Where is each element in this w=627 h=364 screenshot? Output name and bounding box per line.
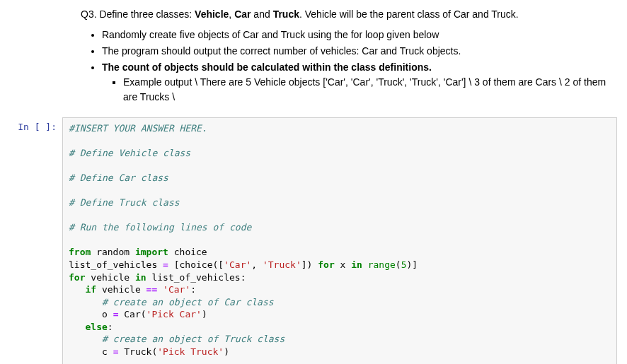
- q-class1: Vehicle: [195, 8, 229, 20]
- code-text: choice: [168, 247, 207, 257]
- code-indent: [69, 322, 85, 332]
- bullet-item: The program should output the correct nu…: [102, 44, 613, 59]
- q-prefix: Q3. Define three classes:: [81, 8, 195, 20]
- code-indent: [69, 297, 102, 307]
- code-text: o: [69, 309, 113, 319]
- code-comment: # create an object of Truck class: [102, 334, 284, 344]
- code-text: [362, 259, 368, 270]
- code-indent: [69, 334, 102, 344]
- code-string: 'Pick Truck': [157, 346, 224, 357]
- code-text: x: [335, 259, 351, 270]
- code-text: random: [91, 247, 135, 257]
- q-and: and: [251, 8, 272, 20]
- code-keyword: if: [85, 284, 96, 295]
- code-text: vehicle: [85, 272, 134, 283]
- code-cell: In [ ]: #INSERT YOUR ANSWER HERE. # Defi…: [10, 117, 617, 364]
- code-text: [157, 284, 163, 295]
- code-keyword: import: [135, 247, 168, 257]
- q-suffix: . Vehicle will be the parent class of Ca…: [299, 8, 519, 20]
- code-keyword: for: [318, 259, 334, 270]
- code-text: Truck(: [118, 346, 157, 357]
- code-text: list_of_vehicles:: [146, 272, 246, 283]
- code-builtin: range: [368, 259, 396, 270]
- code-comment: # create an object of Car class: [102, 297, 274, 307]
- code-input[interactable]: #INSERT YOUR ANSWER HERE. # Define Vehic…: [62, 117, 617, 364]
- code-text: ,: [251, 259, 263, 270]
- code-number: 5: [401, 259, 407, 270]
- sub-bullet-list: Example output \ There are 5 Vehicle obj…: [102, 75, 613, 105]
- question-line: Q3. Define three classes: Vehicle, Car a…: [81, 7, 613, 22]
- bullet-bold: The count of objects should be calculate…: [102, 61, 432, 73]
- bullet-item: The count of objects should be calculate…: [102, 60, 613, 105]
- q-comma1: ,: [229, 8, 234, 20]
- question-cell: Q3. Define three classes: Vehicle, Car a…: [0, 7, 627, 113]
- code-keyword: from: [69, 247, 91, 257]
- code-text: :: [108, 322, 113, 332]
- code-string: 'Pick Car': [146, 309, 202, 319]
- sub-bullet-item: Example output \ There are 5 Vehicle obj…: [123, 75, 613, 105]
- code-text: Car(: [118, 309, 146, 319]
- code-text: list_of_vehicles: [69, 259, 163, 270]
- code-comment: # Define Vehicle class: [69, 148, 190, 158]
- code-op: ==: [146, 284, 158, 295]
- code-text: :: [190, 284, 196, 295]
- code-comment: # Run the following lines of code: [69, 222, 251, 233]
- bullet-list: Randomly create five objects of Car and …: [81, 28, 613, 105]
- q-class2: Car: [234, 8, 251, 20]
- code-text: ): [224, 346, 229, 357]
- code-comment: # Define Car class: [69, 172, 168, 183]
- code-text: [choice([: [168, 259, 224, 270]
- code-keyword: in: [135, 272, 146, 283]
- code-string: 'Truck': [263, 259, 301, 270]
- code-string: 'Car': [224, 259, 251, 270]
- input-prompt: In [ ]:: [10, 117, 62, 364]
- code-text: vehicle: [96, 284, 146, 295]
- code-keyword: for: [69, 272, 85, 283]
- code-keyword: in: [351, 259, 362, 270]
- code-text: (: [396, 259, 401, 270]
- bullet-item: Randomly create five objects of Car and …: [102, 28, 613, 42]
- code-text: c: [69, 346, 113, 357]
- code-indent: [69, 284, 85, 295]
- code-comment: #INSERT YOUR ANSWER HERE.: [69, 123, 207, 134]
- code-text: ]): [301, 259, 318, 270]
- code-keyword: else: [85, 322, 107, 332]
- code-op: =: [163, 259, 168, 270]
- code-string: 'Car': [163, 284, 190, 295]
- code-text: )]: [407, 259, 418, 270]
- code-text: ): [202, 309, 207, 319]
- q-class3: Truck: [273, 8, 299, 20]
- code-comment: # Define Truck class: [69, 197, 180, 208]
